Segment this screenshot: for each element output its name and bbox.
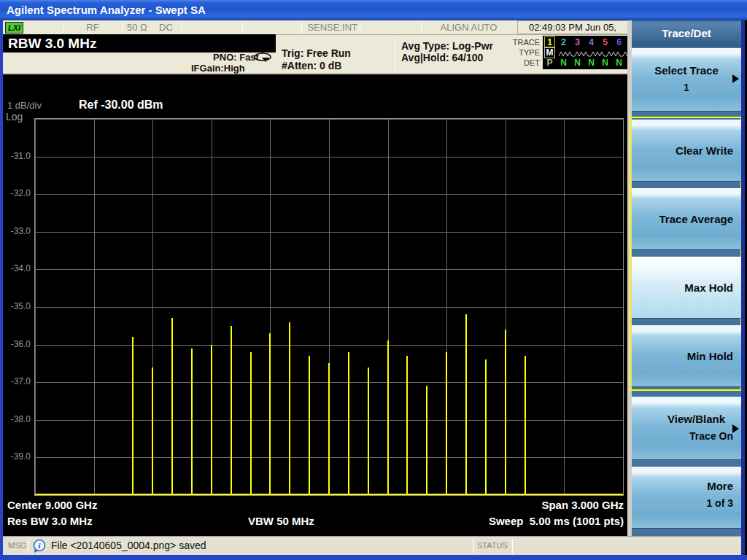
spectrum-spike	[348, 352, 349, 495]
statusbar-separator	[242, 22, 243, 34]
info-balloon-icon: i	[32, 539, 47, 552]
type-row-label: TYPE	[499, 48, 540, 57]
status-cell-label: STATUS	[477, 541, 508, 550]
trace-number: 3	[573, 37, 582, 47]
detector-indicator: N	[600, 58, 610, 68]
spectrum-spike	[446, 352, 447, 495]
trace-indicator-box: 1 2 3 4 5 6 M P N N N N N	[543, 36, 629, 69]
msg-cell-label: MSG	[8, 541, 26, 550]
window-border	[0, 555, 747, 560]
y-tick-label: -39.0	[3, 451, 31, 462]
view-blank-label: View/Blank	[667, 413, 725, 425]
spectrum-spike	[426, 386, 427, 495]
messagebar-separator	[512, 539, 513, 553]
center-freq-label: Center 9.000 GHz	[7, 499, 97, 511]
window-title-bar: Agilent Spectrum Analyzer - Swept SA	[0, 0, 747, 20]
messagebar-separator	[473, 539, 473, 553]
trace-average-label: Trace Average	[659, 213, 733, 225]
select-trace-button[interactable]: Select Trace 1	[632, 48, 741, 111]
spectrum-spike	[406, 356, 408, 495]
trace-number: 5	[600, 37, 610, 47]
log-scale-label: Log	[6, 111, 23, 122]
spectrum-spike	[152, 368, 153, 495]
trace-type-maxhold-indicator: M	[545, 47, 554, 58]
max-hold-label: Max Hold	[684, 281, 733, 294]
submenu-arrow-icon	[732, 424, 739, 433]
detector-indicator: N	[559, 58, 568, 68]
y-tick-label: -37.0	[3, 376, 31, 386]
noise-floor-baseline	[35, 494, 623, 495]
window-title: Agilent Spectrum Analyzer - Swept SA	[7, 4, 206, 16]
statusbar-separator	[122, 22, 123, 34]
clear-write-button[interactable]: Clear Write	[632, 120, 741, 181]
trace-number: 1	[545, 37, 554, 47]
spectrum-spike	[485, 359, 487, 495]
graticule	[34, 118, 624, 496]
window-border	[0, 20, 3, 560]
detector-indicator: N	[573, 58, 582, 68]
res-bw-label: Res BW 3.0 MHz	[7, 515, 93, 527]
coupling-indicator: DC	[159, 22, 173, 33]
spectrum-spike	[465, 314, 467, 495]
max-hold-button[interactable]: Max Hold	[632, 257, 741, 318]
more-page-value: 1 of 3	[706, 497, 733, 509]
trace-number: 6	[614, 37, 624, 47]
trigger-readout: Trig: Free Run	[282, 47, 351, 60]
view-blank-button[interactable]: View/Blank Trace On	[632, 397, 741, 459]
spectrum-spike	[289, 322, 290, 495]
spectrum-spike	[191, 349, 193, 495]
trace-number: 2	[559, 37, 568, 47]
spectrum-spike	[171, 318, 173, 495]
avg-type-readout: Avg Type: Log-Pwr	[401, 40, 493, 52]
min-hold-label: Min Hold	[687, 350, 733, 362]
rbw-banner: RBW 3.0 MHz	[3, 34, 276, 52]
spectrum-spike	[250, 352, 252, 495]
detector-indicator: P	[545, 58, 554, 68]
spectrum-spike	[368, 368, 369, 495]
ifgain-readout: IFGain:High	[191, 63, 257, 74]
impedance-indicator: 50 Ω	[127, 22, 147, 33]
more-label: More	[707, 480, 733, 492]
y-tick-label: -36.0	[3, 339, 31, 349]
spectrum-spike	[132, 337, 133, 495]
spectrum-spike	[211, 345, 212, 495]
datetime-readout: 02:49:03 PM Jun 05, 2014	[517, 20, 628, 34]
select-trace-value: 1	[632, 82, 741, 93]
trace-number: 4	[587, 37, 596, 47]
measbar-divider	[395, 36, 395, 73]
span-label: Span 3.000 GHz	[541, 499, 624, 511]
menu-title: Trace/Det	[632, 22, 741, 47]
spectrum-spike	[525, 356, 526, 495]
detector-indicator: N	[587, 58, 596, 68]
detector-indicator: N	[614, 58, 624, 68]
top-status-bar: LXI RF 50 Ω DC SENSE:INT ALIGN AUTO 02:4…	[3, 20, 627, 35]
more-button[interactable]: More 1 of 3	[632, 467, 741, 528]
y-tick-label: -33.0	[3, 226, 31, 236]
softkey-menu: Trace/Det Select Trace 1 Clear Write Tra…	[627, 20, 744, 536]
spectrum-spike	[309, 356, 310, 495]
spectrum-spike	[387, 341, 389, 495]
analyzer-screen: Agilent Spectrum Analyzer - Swept SA LXI…	[0, 0, 747, 560]
submenu-arrow-icon	[732, 74, 739, 83]
y-tick-label: -35.0	[3, 301, 31, 311]
vbw-label: VBW 50 MHz	[248, 515, 314, 527]
measurement-bar: RBW 3.0 MHz PNO: Fast IFGain:High Trig: …	[3, 35, 627, 74]
atten-readout: #Atten: 0 dB	[282, 60, 351, 72]
statusbar-separator	[182, 22, 182, 34]
trace-average-button[interactable]: Trace Average	[632, 188, 741, 249]
y-tick-label: -31.0	[3, 151, 31, 161]
message-bar: MSG i File <20140605_0004.png> saved STA…	[3, 536, 745, 555]
min-hold-button[interactable]: Min Hold	[632, 325, 741, 386]
view-blank-value: Trace On	[689, 430, 733, 442]
sweep-label: Sweep 5.00 ms (1001 pts)	[489, 515, 624, 527]
y-tick-label: -38.0	[3, 414, 31, 424]
spectrum-spike	[231, 326, 232, 495]
messagebar-separator	[28, 539, 28, 553]
spectrum-spike	[328, 363, 330, 495]
align-indicator: ALIGN AUTO	[421, 22, 516, 33]
avg-hold-readout: Avg|Hold: 64/100	[401, 52, 493, 63]
spectrum-display: 1 dB/div Log Ref -30.00 dBm -31.0-32.0-3…	[3, 74, 627, 536]
statusbar-separator	[360, 22, 360, 34]
spectrum-spike	[505, 330, 506, 495]
scale-per-div-label: 1 dB/div	[7, 100, 42, 111]
